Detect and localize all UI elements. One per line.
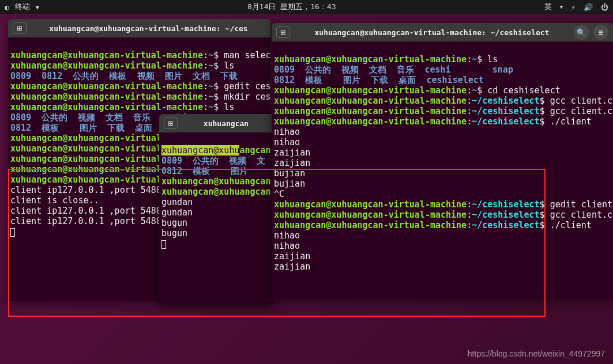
window-title-3: xuhuangcan bbox=[182, 119, 270, 128]
topbar-app-label[interactable]: 终端 bbox=[15, 2, 30, 12]
cursor-1 bbox=[10, 228, 15, 237]
terminal-body-2[interactable]: xuhuangcan@xuhuangcan-virtual-machine:~$… bbox=[272, 41, 613, 285]
watermark: https://blog.csdn.net/weixin_44972997 bbox=[468, 349, 605, 358]
activities-icon[interactable]: ◐ bbox=[5, 3, 9, 12]
terminal-body-3[interactable]: xuhuangcan@xuhuangcan- 0809 公共的 视频 文 081… bbox=[159, 132, 274, 261]
topbar: ◐ 终端 ▼ 8月14日 星期五，16：43 英 ▼ ⚡ 🔊 ⏻ bbox=[0, 0, 613, 14]
titlebar-2[interactable]: ⊞ xuhuangcan@xuhuangcan-virtual-machine:… bbox=[272, 23, 613, 41]
titlebar-1[interactable]: ⊞ xuhuangcan@xuhuangcan-virtual-machine:… bbox=[8, 19, 270, 37]
cursor-3 bbox=[161, 240, 166, 249]
network-icon[interactable]: ⚡ bbox=[571, 3, 576, 12]
search-icon: 🔍 bbox=[577, 28, 586, 37]
ime-indicator[interactable]: 英 bbox=[544, 2, 552, 12]
terminal-window-2[interactable]: ⊞ xuhuangcan@xuhuangcan-virtual-machine:… bbox=[272, 23, 613, 299]
menu-button[interactable]: ≡ bbox=[593, 25, 608, 40]
window-title-2: xuhuangcan@xuhuangcan-virtual-machine: ~… bbox=[295, 28, 569, 37]
new-tab-button[interactable]: ⊞ bbox=[13, 22, 27, 34]
new-tab-button[interactable]: ⊞ bbox=[276, 26, 290, 38]
power-icon[interactable]: ⏻ bbox=[601, 3, 608, 12]
search-button[interactable]: 🔍 bbox=[574, 25, 589, 40]
volume-icon[interactable]: 🔊 bbox=[584, 3, 593, 12]
terminal-window-3[interactable]: ⊞ xuhuangcan xuhuangcan@xuhuangcan- 0809… bbox=[159, 114, 274, 304]
menu-icon: ≡ bbox=[599, 28, 603, 37]
new-tab-button[interactable]: ⊞ bbox=[164, 117, 178, 129]
titlebar-3[interactable]: ⊞ xuhuangcan bbox=[159, 114, 274, 132]
window-title-1: xuhuangcan@xuhuangcan-virtual-machine: ~… bbox=[31, 24, 266, 33]
topbar-datetime[interactable]: 8月14日 星期五，16：43 bbox=[39, 2, 544, 12]
